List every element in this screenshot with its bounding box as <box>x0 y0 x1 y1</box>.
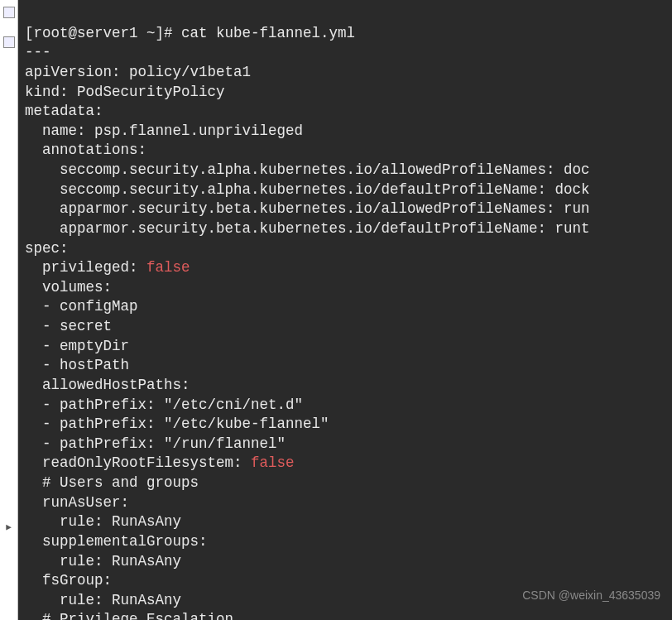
yaml-line: seccomp.security.alpha.kubernetes.io/all… <box>25 161 590 178</box>
yaml-line: - pathPrefix: "/run/flannel" <box>25 435 286 452</box>
yaml-line: spec: <box>25 240 69 257</box>
yaml-line: metadata: <box>25 103 103 119</box>
yaml-line: fsGroup: <box>25 572 112 589</box>
yaml-line: - pathPrefix: "/etc/kube-flannel" <box>25 416 329 432</box>
yaml-bool-false: false <box>146 259 190 276</box>
command-text: cat kube-flannel.yml <box>181 25 355 41</box>
yaml-line: allowedHostPaths: <box>25 377 190 393</box>
yaml-line: rule: RunAsAny <box>25 592 181 608</box>
terminal-output[interactable]: [root@server1 ~]# cat kube-flannel.yml -… <box>18 0 672 620</box>
yaml-line: - emptyDir <box>25 338 129 354</box>
yaml-line: - configMap <box>25 298 138 315</box>
yaml-line: seccomp.security.alpha.kubernetes.io/def… <box>25 181 590 198</box>
yaml-key: readOnlyRootFilesystem: <box>25 454 251 471</box>
yaml-line: rule: RunAsAny <box>25 513 181 530</box>
yaml-line: kind: PodSecurityPolicy <box>25 84 225 100</box>
yaml-line: volumes: <box>25 279 112 296</box>
yaml-line: - secret <box>25 318 112 334</box>
yaml-line: - pathPrefix: "/etc/cni/net.d" <box>25 397 303 413</box>
yaml-line: apparmor.security.beta.kubernetes.io/def… <box>25 220 590 237</box>
watermark-text: CSDN @weixin_43635039 <box>522 588 660 603</box>
yaml-key: privileged: <box>25 259 146 276</box>
yaml-line: name: psp.flannel.unprivileged <box>25 123 303 139</box>
yaml-line: rule: RunAsAny <box>25 553 181 570</box>
yaml-comment: # Privilege Escalation <box>25 611 233 620</box>
yaml-line: runAsUser: <box>25 494 129 511</box>
gutter-marker[interactable] <box>3 36 15 48</box>
yaml-line: apiVersion: policy/v1beta1 <box>25 64 251 80</box>
yaml-line: annotations: <box>25 142 146 158</box>
yaml-bool-false: false <box>251 454 295 471</box>
chevron-right-icon[interactable]: ▶ <box>6 521 12 532</box>
shell-prompt: [root@server1 ~]# <box>25 25 181 41</box>
yaml-line: --- <box>25 44 51 60</box>
yaml-line: - hostPath <box>25 357 129 373</box>
yaml-line: apparmor.security.beta.kubernetes.io/all… <box>25 200 590 217</box>
yaml-comment: # Users and groups <box>25 474 199 491</box>
yaml-line: supplementalGroups: <box>25 533 208 550</box>
gutter-marker[interactable] <box>3 7 15 18</box>
editor-gutter: ▶ <box>0 0 18 620</box>
